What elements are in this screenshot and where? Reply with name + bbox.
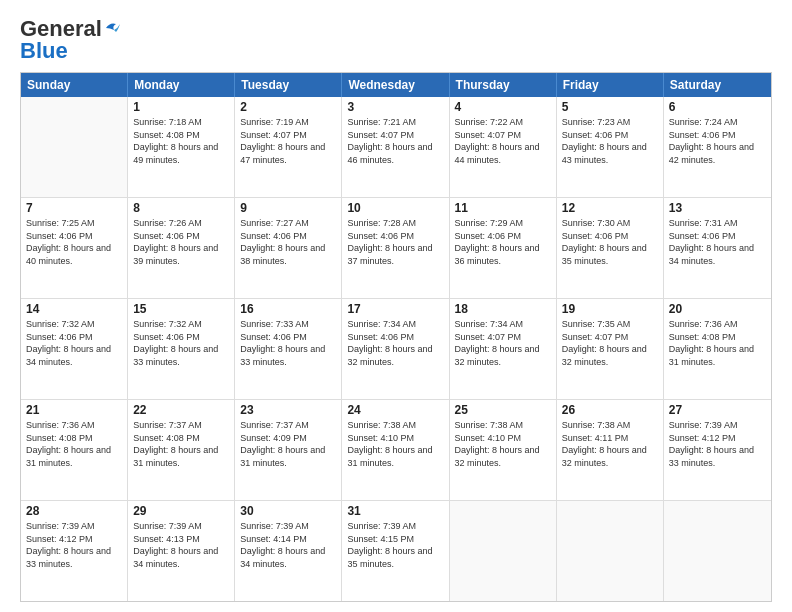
cell-details: Sunrise: 7:36 AMSunset: 4:08 PMDaylight:… (669, 318, 766, 368)
day-number: 21 (26, 403, 122, 417)
day-number: 13 (669, 201, 766, 215)
calendar-cell: 2Sunrise: 7:19 AMSunset: 4:07 PMDaylight… (235, 97, 342, 197)
day-number: 4 (455, 100, 551, 114)
calendar-cell: 3Sunrise: 7:21 AMSunset: 4:07 PMDaylight… (342, 97, 449, 197)
header: General Blue (20, 18, 772, 62)
calendar-cell: 9Sunrise: 7:27 AMSunset: 4:06 PMDaylight… (235, 198, 342, 298)
cell-details: Sunrise: 7:39 AMSunset: 4:13 PMDaylight:… (133, 520, 229, 570)
cell-details: Sunrise: 7:39 AMSunset: 4:15 PMDaylight:… (347, 520, 443, 570)
day-number: 26 (562, 403, 658, 417)
day-number: 31 (347, 504, 443, 518)
cell-details: Sunrise: 7:28 AMSunset: 4:06 PMDaylight:… (347, 217, 443, 267)
day-number: 18 (455, 302, 551, 316)
calendar-header-cell: Friday (557, 73, 664, 97)
day-number: 20 (669, 302, 766, 316)
cell-details: Sunrise: 7:24 AMSunset: 4:06 PMDaylight:… (669, 116, 766, 166)
day-number: 24 (347, 403, 443, 417)
calendar-cell: 23Sunrise: 7:37 AMSunset: 4:09 PMDayligh… (235, 400, 342, 500)
cell-details: Sunrise: 7:26 AMSunset: 4:06 PMDaylight:… (133, 217, 229, 267)
calendar-cell (557, 501, 664, 601)
day-number: 3 (347, 100, 443, 114)
day-number: 1 (133, 100, 229, 114)
calendar-week: 21Sunrise: 7:36 AMSunset: 4:08 PMDayligh… (21, 400, 771, 501)
calendar-cell: 22Sunrise: 7:37 AMSunset: 4:08 PMDayligh… (128, 400, 235, 500)
calendar-cell: 14Sunrise: 7:32 AMSunset: 4:06 PMDayligh… (21, 299, 128, 399)
calendar: SundayMondayTuesdayWednesdayThursdayFrid… (20, 72, 772, 602)
calendar-cell: 5Sunrise: 7:23 AMSunset: 4:06 PMDaylight… (557, 97, 664, 197)
calendar-week: 7Sunrise: 7:25 AMSunset: 4:06 PMDaylight… (21, 198, 771, 299)
cell-details: Sunrise: 7:25 AMSunset: 4:06 PMDaylight:… (26, 217, 122, 267)
day-number: 19 (562, 302, 658, 316)
day-number: 8 (133, 201, 229, 215)
calendar-cell: 15Sunrise: 7:32 AMSunset: 4:06 PMDayligh… (128, 299, 235, 399)
day-number: 6 (669, 100, 766, 114)
cell-details: Sunrise: 7:37 AMSunset: 4:09 PMDaylight:… (240, 419, 336, 469)
cell-details: Sunrise: 7:30 AMSunset: 4:06 PMDaylight:… (562, 217, 658, 267)
calendar-cell: 4Sunrise: 7:22 AMSunset: 4:07 PMDaylight… (450, 97, 557, 197)
cell-details: Sunrise: 7:34 AMSunset: 4:07 PMDaylight:… (455, 318, 551, 368)
cell-details: Sunrise: 7:19 AMSunset: 4:07 PMDaylight:… (240, 116, 336, 166)
calendar-header-cell: Monday (128, 73, 235, 97)
calendar-cell: 29Sunrise: 7:39 AMSunset: 4:13 PMDayligh… (128, 501, 235, 601)
cell-details: Sunrise: 7:38 AMSunset: 4:10 PMDaylight:… (347, 419, 443, 469)
day-number: 7 (26, 201, 122, 215)
day-number: 27 (669, 403, 766, 417)
cell-details: Sunrise: 7:39 AMSunset: 4:12 PMDaylight:… (26, 520, 122, 570)
day-number: 16 (240, 302, 336, 316)
calendar-cell: 20Sunrise: 7:36 AMSunset: 4:08 PMDayligh… (664, 299, 771, 399)
calendar-header-cell: Thursday (450, 73, 557, 97)
calendar-cell: 1Sunrise: 7:18 AMSunset: 4:08 PMDaylight… (128, 97, 235, 197)
day-number: 17 (347, 302, 443, 316)
calendar-cell: 31Sunrise: 7:39 AMSunset: 4:15 PMDayligh… (342, 501, 449, 601)
calendar-cell: 16Sunrise: 7:33 AMSunset: 4:06 PMDayligh… (235, 299, 342, 399)
cell-details: Sunrise: 7:27 AMSunset: 4:06 PMDaylight:… (240, 217, 336, 267)
logo: General Blue (20, 18, 120, 62)
calendar-cell (664, 501, 771, 601)
cell-details: Sunrise: 7:32 AMSunset: 4:06 PMDaylight:… (26, 318, 122, 368)
cell-details: Sunrise: 7:34 AMSunset: 4:06 PMDaylight:… (347, 318, 443, 368)
day-number: 30 (240, 504, 336, 518)
calendar-body: 1Sunrise: 7:18 AMSunset: 4:08 PMDaylight… (21, 97, 771, 601)
cell-details: Sunrise: 7:18 AMSunset: 4:08 PMDaylight:… (133, 116, 229, 166)
day-number: 28 (26, 504, 122, 518)
calendar-cell: 13Sunrise: 7:31 AMSunset: 4:06 PMDayligh… (664, 198, 771, 298)
calendar-cell (450, 501, 557, 601)
calendar-cell: 12Sunrise: 7:30 AMSunset: 4:06 PMDayligh… (557, 198, 664, 298)
calendar-week: 14Sunrise: 7:32 AMSunset: 4:06 PMDayligh… (21, 299, 771, 400)
cell-details: Sunrise: 7:39 AMSunset: 4:14 PMDaylight:… (240, 520, 336, 570)
cell-details: Sunrise: 7:21 AMSunset: 4:07 PMDaylight:… (347, 116, 443, 166)
calendar-cell: 26Sunrise: 7:38 AMSunset: 4:11 PMDayligh… (557, 400, 664, 500)
calendar-cell: 27Sunrise: 7:39 AMSunset: 4:12 PMDayligh… (664, 400, 771, 500)
calendar-cell: 10Sunrise: 7:28 AMSunset: 4:06 PMDayligh… (342, 198, 449, 298)
calendar-cell: 18Sunrise: 7:34 AMSunset: 4:07 PMDayligh… (450, 299, 557, 399)
calendar-cell: 17Sunrise: 7:34 AMSunset: 4:06 PMDayligh… (342, 299, 449, 399)
page: General Blue SundayMondayTuesdayWednesda… (0, 0, 792, 612)
calendar-cell: 21Sunrise: 7:36 AMSunset: 4:08 PMDayligh… (21, 400, 128, 500)
cell-details: Sunrise: 7:31 AMSunset: 4:06 PMDaylight:… (669, 217, 766, 267)
calendar-header-cell: Tuesday (235, 73, 342, 97)
calendar-cell: 19Sunrise: 7:35 AMSunset: 4:07 PMDayligh… (557, 299, 664, 399)
cell-details: Sunrise: 7:36 AMSunset: 4:08 PMDaylight:… (26, 419, 122, 469)
day-number: 22 (133, 403, 229, 417)
calendar-header-cell: Saturday (664, 73, 771, 97)
day-number: 15 (133, 302, 229, 316)
calendar-cell: 11Sunrise: 7:29 AMSunset: 4:06 PMDayligh… (450, 198, 557, 298)
calendar-header-cell: Wednesday (342, 73, 449, 97)
day-number: 5 (562, 100, 658, 114)
day-number: 25 (455, 403, 551, 417)
day-number: 11 (455, 201, 551, 215)
cell-details: Sunrise: 7:22 AMSunset: 4:07 PMDaylight:… (455, 116, 551, 166)
calendar-cell: 7Sunrise: 7:25 AMSunset: 4:06 PMDaylight… (21, 198, 128, 298)
cell-details: Sunrise: 7:29 AMSunset: 4:06 PMDaylight:… (455, 217, 551, 267)
logo-text: General Blue (20, 18, 102, 62)
day-number: 23 (240, 403, 336, 417)
cell-details: Sunrise: 7:35 AMSunset: 4:07 PMDaylight:… (562, 318, 658, 368)
day-number: 12 (562, 201, 658, 215)
calendar-cell: 6Sunrise: 7:24 AMSunset: 4:06 PMDaylight… (664, 97, 771, 197)
calendar-cell: 24Sunrise: 7:38 AMSunset: 4:10 PMDayligh… (342, 400, 449, 500)
calendar-header: SundayMondayTuesdayWednesdayThursdayFrid… (21, 73, 771, 97)
calendar-cell: 30Sunrise: 7:39 AMSunset: 4:14 PMDayligh… (235, 501, 342, 601)
calendar-cell: 8Sunrise: 7:26 AMSunset: 4:06 PMDaylight… (128, 198, 235, 298)
calendar-week: 1Sunrise: 7:18 AMSunset: 4:08 PMDaylight… (21, 97, 771, 198)
cell-details: Sunrise: 7:39 AMSunset: 4:12 PMDaylight:… (669, 419, 766, 469)
